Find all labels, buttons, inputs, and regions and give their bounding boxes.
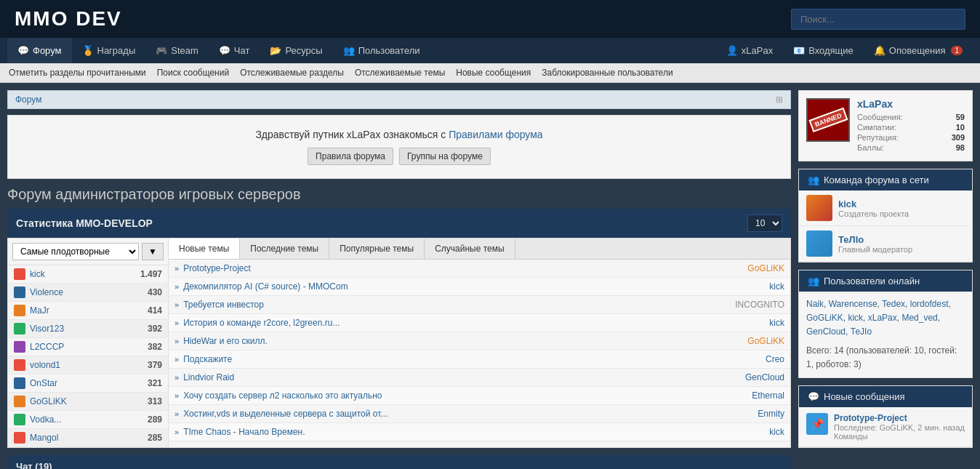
nav-awards[interactable]: 🏅 Награды [72, 38, 146, 63]
nav-inbox[interactable]: 📧 Входящие [783, 38, 864, 63]
stats-user-name[interactable]: L2CCCP [30, 342, 148, 352]
sub-nav-blocked[interactable]: Заблокированные пользователи [542, 68, 672, 78]
online-user-link[interactable]: kick [848, 313, 863, 323]
stat-messages-value: 59 [956, 113, 965, 121]
rules-button[interactable]: Правила форума [308, 148, 393, 165]
nav-profile[interactable]: 👤 xLaPax [716, 38, 783, 63]
message-icon: 📌 [806, 413, 828, 435]
online-user-link[interactable]: Naik [806, 299, 824, 309]
stats-user-name[interactable]: Violence [30, 287, 148, 297]
tab-random-topics[interactable]: Случайные темы [425, 238, 515, 259]
list-item: volond1 379 [8, 356, 168, 374]
online-user-link[interactable]: lordofdest [910, 299, 949, 309]
online-user-link[interactable]: Warencense [829, 299, 877, 309]
stats-rows: kick 1.497 Violence 430 MaJr 414 Visor12… [8, 265, 168, 447]
stats-user-name[interactable]: Visor123 [30, 324, 148, 334]
topic-author[interactable]: Creo [766, 354, 784, 364]
stat-rep-value: 309 [952, 133, 965, 142]
topic-author[interactable]: kick [769, 427, 784, 437]
sub-nav-search[interactable]: Поиск сообщений [157, 68, 229, 78]
welcome-text-pre: Здравствуй путник xLaPax ознакомься с [255, 129, 446, 140]
team-member-tello: ТеЛlo Главный модератор [799, 226, 972, 262]
nav-steam-label: Steam [171, 45, 198, 56]
nav-resources[interactable]: 📂 Ресурсы [260, 38, 332, 63]
nav-resources-label: Ресурсы [285, 45, 322, 56]
nav-forum[interactable]: 💬 Форум [7, 38, 72, 63]
online-user-link[interactable]: ТеJIо [851, 326, 872, 337]
stats-body: Самые плодотворные ▼ kick 1.497 Violence… [7, 238, 791, 448]
sub-nav-watched-sections[interactable]: Отслеживаемые разделы [240, 68, 344, 78]
tello-name[interactable]: ТеЛlo [838, 234, 912, 245]
sub-nav-new-messages[interactable]: Новые сообщения [456, 68, 531, 78]
topic-author[interactable]: kick [769, 281, 784, 292]
sub-nav-watched-topics[interactable]: Отслеживаемые темы [355, 68, 445, 78]
topic-arrow: » [174, 355, 179, 364]
topic-name[interactable]: История о команде r2core, l2green.ru... [183, 318, 762, 328]
stats-count-select[interactable]: 10 20 50 [747, 215, 782, 232]
topic-rows: » Prototype-Project GoGLiKK » Декомпилят… [169, 260, 790, 441]
team-icon: 👥 [808, 175, 819, 185]
kick-info: kick Создатель проекта [838, 199, 909, 218]
topic-author[interactable]: Ethernal [752, 390, 784, 401]
nav-chat[interactable]: 💬 Чат [209, 38, 260, 63]
rank-icon [14, 396, 25, 407]
message-title[interactable]: Prototype-Project [834, 413, 965, 423]
stats-user-count: 289 [148, 414, 162, 425]
nav-steam[interactable]: 🎮 Steam [145, 38, 209, 63]
welcome-rules-link[interactable]: Правилами форума [449, 129, 542, 140]
stat-rep: Репутация: 309 [857, 133, 965, 142]
topic-name[interactable]: Требуется инвестор [183, 300, 728, 310]
topic-tabs: Новые темы Последние темы Популярные тем… [169, 238, 790, 260]
online-user-link[interactable]: Tedex [882, 299, 905, 309]
stats-user-name[interactable]: Mangol [30, 433, 148, 443]
topic-author[interactable]: GenCloud [745, 372, 784, 382]
nav-users[interactable]: 👥 Пользователи [333, 38, 430, 63]
search-input[interactable] [791, 9, 965, 30]
users-icon: 👥 [343, 45, 355, 56]
topic-author[interactable]: Enmity [758, 409, 784, 419]
stats-user-count: 321 [148, 378, 162, 388]
tab-new-topics[interactable]: Новые темы [169, 238, 240, 259]
welcome-box: Здравствуй путник xLaPax ознакомься с Пр… [7, 115, 791, 179]
stats-filter-select[interactable]: Самые плодотворные [12, 243, 139, 260]
breadcrumb-forum[interactable]: Форум [15, 95, 41, 105]
sidebar: BANNED xLaPax Сообщения: 59 Симпатии: 10 [798, 90, 973, 469]
topic-name[interactable]: Lindvior Raid [183, 372, 738, 382]
team-card-title: Команда форума в сети [824, 175, 929, 185]
nav-notifications[interactable]: 🔔 Оповещения 1 [864, 38, 973, 63]
stats-user-name[interactable]: OnStar [30, 378, 148, 388]
stat-messages-label: Сообщения: [857, 113, 903, 121]
stats-user-name[interactable]: GoGLiKK [30, 396, 148, 406]
topic-author[interactable]: GoGLiKK [747, 336, 784, 346]
topic-name[interactable]: Хочу создать сервер л2 насколько это акт… [183, 390, 744, 401]
sub-nav-mark-read[interactable]: Отметить разделы прочитанными [9, 68, 146, 78]
tab-popular-topics[interactable]: Популярные темы [329, 238, 425, 259]
topic-name[interactable]: Подскажите [183, 354, 758, 364]
topic-author[interactable]: GoGLiKK [747, 263, 784, 273]
nav-inbox-label: Входящие [808, 45, 854, 56]
online-user-link[interactable]: GoGLiKK [806, 313, 843, 323]
online-user-link[interactable]: xLaPax [868, 313, 897, 323]
topic-name[interactable]: Декомпилятор AI (C# source) - MMOCom [183, 281, 762, 292]
topic-author[interactable]: kick [769, 318, 784, 328]
stats-user-name[interactable]: Vodka... [30, 414, 148, 425]
stats-user-name[interactable]: volond1 [30, 360, 148, 370]
groups-button[interactable]: Группы на форуме [399, 148, 491, 165]
online-user-link[interactable]: GenCloud [806, 326, 846, 337]
stats-user-name[interactable]: MaJr [30, 305, 148, 316]
topic-name[interactable]: HideWar и его скилл. [183, 336, 740, 346]
topic-name[interactable]: Prototype-Project [183, 263, 740, 273]
stats-filter-button[interactable]: ▼ [142, 243, 164, 260]
topic-name[interactable]: Хостинг,vds и выделенные сервера с защит… [183, 409, 750, 419]
profile-username[interactable]: xLaPax [857, 98, 965, 110]
topic-author[interactable]: INCOGNITO [735, 300, 784, 310]
online-user-link[interactable]: Med_ved [901, 313, 937, 323]
online-users-list: Naik, Warencense, Tedex, lordofdest, GoG… [799, 292, 972, 377]
stats-user-name[interactable]: kick [30, 269, 140, 279]
tab-last-topics[interactable]: Последние темы [240, 238, 329, 259]
kick-name[interactable]: kick [838, 199, 909, 209]
forum-icon: 💬 [17, 45, 29, 56]
table-row: » HideWar и его скилл. GoGLiKK [169, 332, 790, 350]
avatar: BANNED [806, 98, 850, 142]
topic-name[interactable]: TIme Chaos - Начало Времен. [183, 427, 762, 437]
